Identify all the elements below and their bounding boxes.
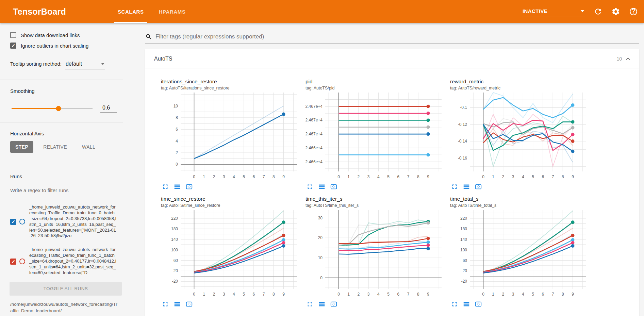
svg-text:140: 140 bbox=[460, 237, 467, 242]
chart-cell: time_total_stag: AutoTS/time_total_s2201… bbox=[450, 196, 595, 308]
svg-text:4: 4 bbox=[377, 292, 380, 297]
toggle-all-runs-button[interactable]: TOGGLE ALL RUNS bbox=[10, 282, 122, 296]
svg-text:7: 7 bbox=[407, 174, 410, 179]
svg-text:6: 6 bbox=[252, 174, 255, 179]
svg-text:2.466e+4: 2.466e+4 bbox=[306, 146, 323, 150]
run-data-table-icon[interactable] bbox=[463, 183, 470, 190]
chart-tag: tag: AutoTS/time_total_s bbox=[450, 203, 595, 208]
expand-chart-icon[interactable] bbox=[451, 300, 458, 308]
axis-relative-button[interactable]: RELATIVE bbox=[38, 141, 72, 153]
svg-text:0: 0 bbox=[482, 292, 484, 297]
svg-text:180: 180 bbox=[460, 227, 467, 231]
svg-text:2: 2 bbox=[358, 292, 360, 297]
svg-text:2: 2 bbox=[502, 292, 505, 297]
ignore-outliers-checkbox[interactable]: Ignore outliers in chart scaling bbox=[10, 43, 117, 49]
run-row: _home_junweid_zouwu_autots_network_forec… bbox=[10, 204, 117, 239]
svg-text:8: 8 bbox=[417, 174, 419, 179]
chart-title: time_this_iter_s bbox=[306, 196, 450, 202]
tooltip-sorting-dropdown[interactable]: default bbox=[65, 60, 105, 69]
divider bbox=[0, 122, 123, 122]
chevron-up-icon[interactable] bbox=[625, 55, 631, 62]
help-icon[interactable] bbox=[629, 7, 638, 16]
show-download-links-checkbox[interactable]: Show data download links bbox=[10, 32, 117, 38]
chart-toolbar bbox=[450, 183, 595, 190]
expand-chart-icon[interactable] bbox=[306, 300, 314, 308]
chart-plot[interactable]: 10864200123456789 bbox=[161, 90, 300, 181]
checkbox-icon[interactable] bbox=[10, 32, 16, 38]
run-data-table-icon[interactable] bbox=[318, 300, 326, 308]
expand-chart-icon[interactable] bbox=[306, 183, 314, 190]
smoothing-value[interactable]: 0.6 bbox=[100, 104, 117, 113]
svg-text:9: 9 bbox=[572, 174, 574, 179]
run-row: _home_junweid_zouwu_autots_network_forec… bbox=[10, 247, 117, 276]
svg-text:7: 7 bbox=[552, 292, 554, 297]
axis-step-button[interactable]: STEP bbox=[10, 141, 33, 153]
svg-text:1: 1 bbox=[203, 292, 205, 297]
expand-chart-icon[interactable] bbox=[451, 183, 458, 190]
fit-domain-icon[interactable] bbox=[330, 300, 337, 308]
tab-hparams[interactable]: HPARAMS bbox=[151, 0, 193, 23]
svg-text:140: 140 bbox=[171, 237, 178, 242]
section-header[interactable]: AutoTS 10 bbox=[145, 49, 639, 68]
svg-text:10: 10 bbox=[318, 255, 323, 260]
search-icon bbox=[145, 33, 152, 40]
svg-text:2: 2 bbox=[213, 292, 215, 297]
expand-chart-icon[interactable] bbox=[162, 300, 169, 308]
fit-domain-icon[interactable] bbox=[185, 300, 193, 308]
fit-domain-icon[interactable] bbox=[475, 300, 482, 308]
tab-scalars[interactable]: SCALARS bbox=[110, 0, 151, 23]
svg-text:220: 220 bbox=[460, 216, 467, 221]
run-radio[interactable] bbox=[19, 219, 25, 224]
tag-filter[interactable]: Filter tags (regular expressions support… bbox=[145, 33, 639, 44]
chart-title: time_since_restore bbox=[161, 196, 306, 202]
svg-text:4: 4 bbox=[522, 292, 524, 297]
svg-text:5: 5 bbox=[243, 292, 245, 297]
expand-chart-icon[interactable] bbox=[162, 183, 169, 190]
svg-text:-20: -20 bbox=[461, 279, 467, 284]
run-data-table-icon[interactable] bbox=[463, 300, 470, 308]
svg-text:9: 9 bbox=[427, 292, 429, 297]
chart-cell: pidtag: AutoTS/pid2.467e+42.467e+42.467e… bbox=[306, 79, 450, 190]
run-checkbox[interactable] bbox=[10, 259, 16, 265]
checkbox-icon[interactable] bbox=[10, 43, 16, 49]
refresh-icon[interactable] bbox=[594, 7, 602, 16]
svg-text:8: 8 bbox=[562, 292, 564, 297]
smoothing-slider[interactable] bbox=[12, 108, 93, 109]
svg-text:-0.14: -0.14 bbox=[458, 139, 467, 144]
run-filter-input[interactable]: Write a regex to filter runs bbox=[10, 186, 117, 196]
run-data-table-icon[interactable] bbox=[318, 183, 326, 190]
run-data-table-icon[interactable] bbox=[174, 183, 181, 190]
svg-text:9: 9 bbox=[572, 292, 574, 297]
run-checkbox[interactable] bbox=[10, 219, 16, 225]
status-dropdown[interactable]: INACTIVE bbox=[522, 6, 585, 17]
run-radio[interactable] bbox=[19, 259, 25, 264]
settings-gear-icon[interactable] bbox=[611, 7, 620, 16]
chart-title: reward_metric bbox=[450, 79, 595, 85]
chart-plot[interactable]: 2201801401006020-200123456789 bbox=[450, 208, 590, 298]
slider-thumb[interactable] bbox=[56, 106, 61, 111]
chart-plot[interactable]: 2.467e+42.467e+42.467e+42.466e+42.466e+4… bbox=[306, 90, 445, 181]
chart-toolbar bbox=[450, 300, 595, 308]
main-content: Filter tags (regular expressions support… bbox=[123, 23, 644, 316]
fit-domain-icon[interactable] bbox=[475, 183, 482, 190]
chart-toolbar bbox=[306, 300, 450, 308]
fit-domain-icon[interactable] bbox=[330, 183, 337, 190]
svg-text:5: 5 bbox=[532, 292, 534, 297]
chart-plot[interactable]: 2201801401006020-200123456789 bbox=[161, 208, 300, 298]
chart-plot[interactable]: -0.1-0.12-0.14-0.160123456789 bbox=[450, 90, 590, 181]
fit-domain-icon[interactable] bbox=[185, 183, 193, 190]
run-data-table-icon[interactable] bbox=[174, 300, 181, 308]
svg-text:8: 8 bbox=[562, 174, 564, 179]
chart-plot[interactable]: 30201000123456789 bbox=[306, 208, 445, 298]
axis-wall-button[interactable]: WALL bbox=[77, 141, 100, 153]
chart-tag: tag: AutoTS/reward_metric bbox=[450, 86, 595, 90]
smoothing-label: Smoothing bbox=[10, 88, 117, 94]
section-chart-count: 10 bbox=[616, 56, 622, 62]
svg-text:3: 3 bbox=[367, 292, 370, 297]
svg-text:2.467e+4: 2.467e+4 bbox=[306, 118, 323, 122]
chart-title: iterations_since_restore bbox=[161, 79, 306, 85]
chart-cell: time_since_restoretag: AutoTS/time_since… bbox=[161, 196, 306, 308]
autots-section-card: AutoTS 10 iterations_since_restoretag: A… bbox=[145, 49, 639, 316]
svg-text:8: 8 bbox=[417, 292, 419, 297]
chart-title: time_total_s bbox=[450, 196, 595, 202]
